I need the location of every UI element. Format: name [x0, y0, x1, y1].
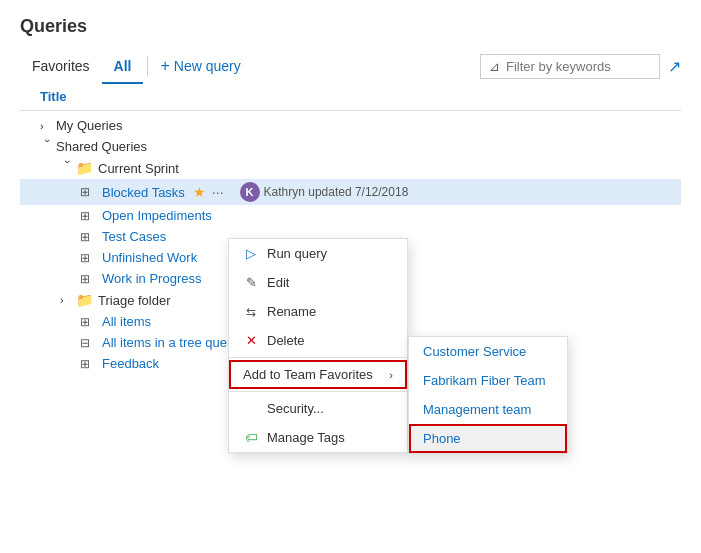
tab-favorites[interactable]: Favorites: [20, 50, 102, 84]
more-options-icon[interactable]: ···: [212, 184, 224, 200]
query-icon: ⊞: [80, 251, 98, 265]
filter-input[interactable]: [506, 59, 651, 74]
context-menu-rename[interactable]: ⇆ Rename: [229, 297, 407, 326]
star-icon[interactable]: ★: [193, 184, 206, 200]
updated-info: K Kathryn updated 7/12/2018: [240, 182, 409, 202]
tab-all[interactable]: All: [102, 50, 144, 84]
expand-icon[interactable]: ↗: [668, 57, 681, 76]
query-icon: ⊞: [80, 357, 98, 371]
filter-input-wrapper: ⊿: [480, 54, 660, 79]
query-icon: ⊞: [80, 315, 98, 329]
menu-divider-2: [229, 391, 407, 392]
tags-icon: 🏷: [243, 430, 259, 445]
tree-item-label: Shared Queries: [56, 139, 147, 154]
plus-icon: +: [160, 57, 169, 75]
manage-tags-label: Manage Tags: [267, 430, 345, 445]
submenu: Customer Service Fabrikam Fiber Team Man…: [408, 336, 568, 454]
chevron-icon: ›: [40, 120, 56, 132]
chevron-icon: ›: [62, 160, 74, 176]
phone-label: Phone: [423, 431, 461, 446]
rename-icon: ⇆: [243, 305, 259, 319]
tree-item-open-impediments[interactable]: ⊞ Open Impediments: [20, 205, 681, 226]
customer-service-label: Customer Service: [423, 344, 526, 359]
tree-item-label: All items in a tree query: [102, 335, 238, 350]
context-menu: ▷ Run query ✎ Edit ⇆ Rename ✕ Delete Add…: [228, 238, 408, 453]
submenu-item-phone[interactable]: Phone: [409, 424, 567, 453]
context-menu-manage-tags[interactable]: 🏷 Manage Tags: [229, 423, 407, 452]
run-query-label: Run query: [267, 246, 327, 261]
folder-icon: 📁: [76, 292, 94, 308]
tree-item-current-sprint[interactable]: › 📁 Current Sprint: [20, 157, 681, 179]
submenu-item-management-team[interactable]: Management team: [409, 395, 567, 424]
add-team-favorites-label: Add to Team Favorites: [243, 367, 373, 382]
submenu-arrow-icon: ›: [389, 369, 393, 381]
column-title-header: Title: [20, 83, 681, 111]
context-menu-security[interactable]: Security...: [229, 394, 407, 423]
edit-icon: ✎: [243, 275, 259, 290]
management-team-label: Management team: [423, 402, 531, 417]
fabrikam-label: Fabrikam Fiber Team: [423, 373, 546, 388]
filter-area: ⊿ ↗: [480, 54, 681, 79]
context-menu-edit[interactable]: ✎ Edit: [229, 268, 407, 297]
tree-item-label: Unfinished Work: [102, 250, 197, 265]
delete-icon: ✕: [243, 333, 259, 348]
tree-item-label: Feedback: [102, 356, 159, 371]
context-menu-run-query[interactable]: ▷ Run query: [229, 239, 407, 268]
rename-label: Rename: [267, 304, 316, 319]
tree-item-blocked-tasks[interactable]: ⊞ Blocked Tasks ★ ··· K Kathryn updated …: [20, 179, 681, 205]
page-title: Queries: [20, 16, 681, 37]
tree-item-label: Open Impediments: [102, 208, 212, 223]
tree-item-label: Blocked Tasks: [102, 185, 185, 200]
tree-item-label: Work in Progress: [102, 271, 201, 286]
new-query-label: New query: [174, 58, 241, 74]
tree-item-label: Triage folder: [98, 293, 171, 308]
folder-icon: 📁: [76, 160, 94, 176]
security-label: Security...: [267, 401, 324, 416]
submenu-item-customer-service[interactable]: Customer Service: [409, 337, 567, 366]
tabs-bar: Favorites All + New query ⊿ ↗: [20, 49, 681, 83]
query-icon: ⊞: [80, 185, 98, 199]
edit-label: Edit: [267, 275, 289, 290]
tree-item-label: All items: [102, 314, 151, 329]
tab-divider: [147, 56, 148, 76]
chevron-icon: ›: [60, 294, 76, 306]
query-icon: ⊞: [80, 209, 98, 223]
new-query-button[interactable]: + New query: [152, 49, 248, 83]
context-menu-add-team-favorites[interactable]: Add to Team Favorites ›: [229, 360, 407, 389]
context-menu-delete[interactable]: ✕ Delete: [229, 326, 407, 355]
menu-divider: [229, 357, 407, 358]
query-icon: ⊞: [80, 272, 98, 286]
chevron-icon: ›: [42, 139, 54, 155]
tree-item-label: Test Cases: [102, 229, 166, 244]
page-container: Queries Favorites All + New query ⊿ ↗ Ti…: [0, 0, 701, 553]
updated-text: Kathryn updated 7/12/2018: [264, 185, 409, 199]
query-icon: ⊞: [80, 230, 98, 244]
tree-item-shared-queries[interactable]: › Shared Queries: [20, 136, 681, 157]
query-tree-icon: ⊟: [80, 336, 98, 350]
tree-item-my-queries[interactable]: › My Queries: [20, 115, 681, 136]
filter-icon: ⊿: [489, 59, 500, 74]
delete-label: Delete: [267, 333, 305, 348]
tree-item-label: Current Sprint: [98, 161, 179, 176]
avatar: K: [240, 182, 260, 202]
run-icon: ▷: [243, 246, 259, 261]
tree-item-label: My Queries: [56, 118, 122, 133]
submenu-item-fabrikam[interactable]: Fabrikam Fiber Team: [409, 366, 567, 395]
